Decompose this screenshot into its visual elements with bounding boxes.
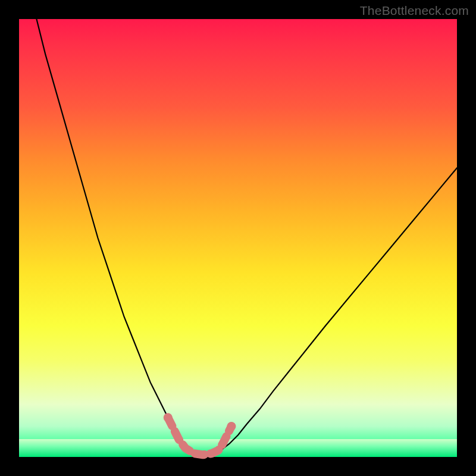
plot-area: [19, 19, 457, 457]
bottleneck-curve: [36, 19, 457, 455]
bottleneck-curve-path: [36, 19, 457, 455]
valley-marker-group: [164, 413, 236, 455]
valley-marker-dot: [227, 422, 236, 431]
watermark-text: TheBottleneck.com: [360, 4, 469, 18]
chart-frame: TheBottleneck.com: [0, 0, 476, 476]
valley-markers-path: [168, 418, 231, 455]
curve-layer: [19, 19, 457, 457]
valley-marker-dot: [164, 413, 173, 422]
